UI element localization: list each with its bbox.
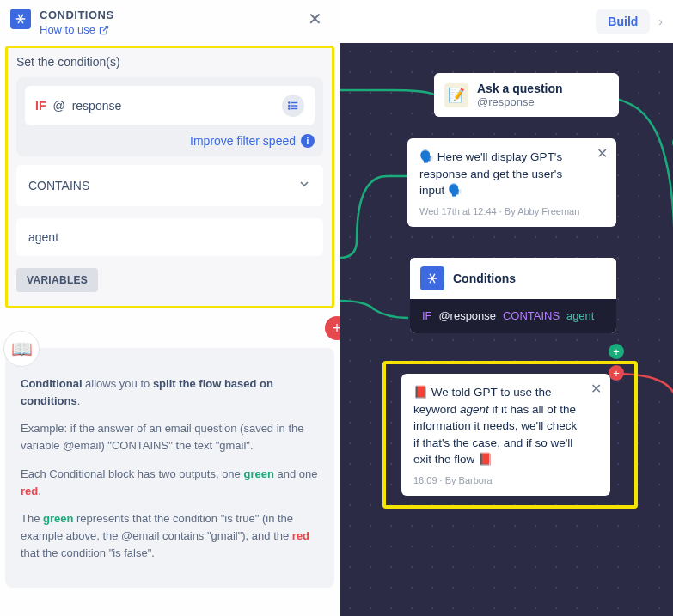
conditions-node-icon xyxy=(420,266,444,290)
book-icon: 📖 xyxy=(3,331,40,367)
help-green-1: green xyxy=(243,467,273,480)
comment-1-meta: Wed 17th at 12:44 · By Abby Freeman xyxy=(419,206,604,217)
if-keyword: IF xyxy=(35,99,46,113)
comment-1-text: 🗣️ Here we'll display GPT's response and… xyxy=(419,149,604,199)
note-icon: 📝 xyxy=(444,83,468,107)
operator-select[interactable]: CONTAINS xyxy=(16,165,323,206)
help-red-2: red xyxy=(292,529,309,542)
operator-label: CONTAINS xyxy=(28,179,89,192)
improve-filter-label: Improve filter speed xyxy=(190,134,296,148)
ask-question-node[interactable]: 📝 Ask a question @response xyxy=(434,73,619,117)
if-variable-row[interactable]: IF @ response xyxy=(25,86,315,125)
if-group: IF @ response Improve filter speed i xyxy=(16,77,323,156)
close-button[interactable]: ✕ xyxy=(304,9,326,29)
info-icon: i xyxy=(301,134,315,148)
code-val: agent xyxy=(566,309,595,322)
variables-button-label: VARIABLES xyxy=(27,274,88,286)
help-example: Example: if the answer of an email quest… xyxy=(21,420,319,454)
chevron-right-icon[interactable]: › xyxy=(658,15,663,28)
panel-title: CONDITIONS xyxy=(40,9,296,21)
improve-filter-link[interactable]: Improve filter speed i xyxy=(25,134,315,148)
value-input[interactable]: agent xyxy=(16,218,323,256)
code-op: CONTAINS xyxy=(503,309,560,322)
value-text: agent xyxy=(28,230,58,244)
external-link-icon xyxy=(99,25,109,35)
how-to-use-link[interactable]: How to use xyxy=(40,23,109,36)
flow-canvas[interactable]: Build › 📝 Ask a question @response + ✕ 🗣… xyxy=(340,0,673,616)
chevron-down-icon xyxy=(297,177,311,194)
close-icon[interactable]: ✕ xyxy=(597,145,608,162)
variables-button[interactable]: VARIABLES xyxy=(16,268,98,292)
conditions-node-title: Conditions xyxy=(453,271,516,285)
help-panel: Conditional allows you to split the flow… xyxy=(5,348,334,588)
comment-node-2[interactable]: ✕ 📕 We told GPT to use the keyword agent… xyxy=(401,374,610,496)
help-bold-1: Conditional xyxy=(21,377,83,390)
svg-point-5 xyxy=(289,105,290,106)
help-section: 📖 Conditional allows you to split the fl… xyxy=(0,317,340,616)
comment-node-1[interactable]: ✕ 🗣️ Here we'll display GPT's response a… xyxy=(407,138,616,227)
sidebar: CONDITIONS How to use ✕ Set the conditio… xyxy=(0,0,340,616)
help-green-2: green xyxy=(43,512,73,525)
help-red-1: red xyxy=(21,485,38,497)
svg-point-6 xyxy=(289,108,290,109)
condition-editor: Set the condition(s) IF @ response Impro… xyxy=(5,46,334,308)
comment-2-text: 📕 We told GPT to use the keyword agent i… xyxy=(413,384,598,468)
comment-2-meta: 16:09 · By Barbora xyxy=(413,475,598,485)
top-toolbar: Build › xyxy=(340,0,673,43)
code-if: IF xyxy=(422,309,432,322)
list-icon xyxy=(287,100,299,112)
variable-name: response xyxy=(72,99,275,113)
conditions-icon xyxy=(10,9,31,29)
ask-node-title: Ask a question xyxy=(477,82,609,95)
svg-line-0 xyxy=(103,26,108,31)
panel-header: CONDITIONS How to use ✕ xyxy=(0,0,340,46)
code-var: @response xyxy=(438,309,496,322)
connector-plus-green-2[interactable]: + xyxy=(609,344,624,359)
conditions-node[interactable]: Conditions IF @response CONTAINS agent xyxy=(410,258,616,333)
condition-section-label: Set the condition(s) xyxy=(16,55,323,69)
conditions-node-body: IF @response CONTAINS agent xyxy=(410,299,616,333)
build-button[interactable]: Build xyxy=(596,9,650,34)
variable-menu-button[interactable] xyxy=(282,95,304,117)
at-symbol: @ xyxy=(52,99,64,113)
svg-point-4 xyxy=(289,102,290,103)
close-icon[interactable]: ✕ xyxy=(590,381,602,397)
how-to-use-label: How to use xyxy=(40,23,95,36)
ask-node-subtitle: @response xyxy=(477,95,609,108)
